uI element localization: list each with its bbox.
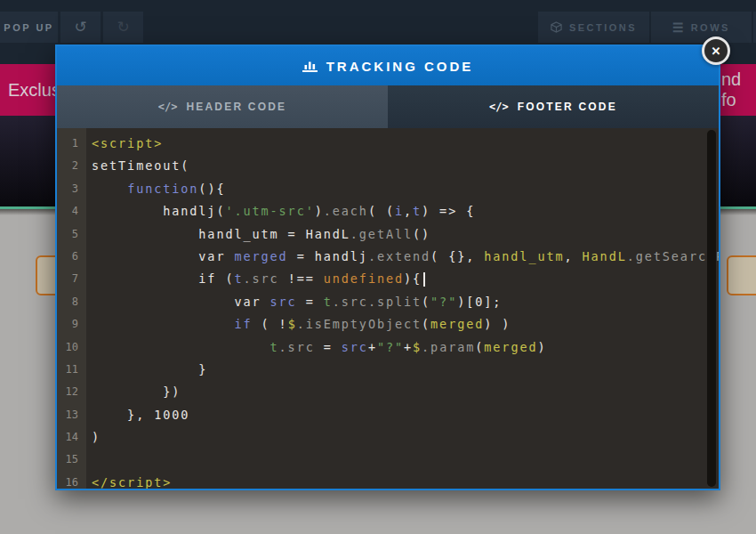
code-token: ( (422, 295, 430, 309)
tab-footer-code-label: FOOTER CODE (518, 101, 617, 113)
undo-icon: ↺ (74, 18, 86, 36)
code-line-content (86, 449, 92, 471)
code-token: function (127, 182, 198, 196)
code-token: )[0]; (457, 295, 502, 309)
code-line-content: ) (86, 426, 101, 449)
code-token: $ (413, 340, 422, 354)
code-token: .getAll (350, 227, 413, 241)
code-line: 7 if (t.src !== undefined){ (57, 268, 719, 290)
code-line-content: handl_utm = HandL.getAll() (86, 223, 430, 246)
code-token: <script> (92, 136, 163, 150)
code-token: if ( (92, 271, 234, 286)
code-token: () (413, 227, 430, 241)
line-number: 14 (57, 426, 86, 449)
code-token: t (270, 340, 279, 354)
line-number: 12 (57, 381, 86, 403)
code-token: setTimeout( (92, 158, 189, 173)
code-token: ) => { (422, 204, 475, 218)
banner-text-right: nd fo (721, 64, 756, 116)
code-token: if (234, 317, 252, 331)
code-token: handl_utm = HandL (92, 227, 350, 241)
code-editor[interactable]: 1<script>2setTimeout(3 function(){4 hand… (57, 128, 719, 489)
code-token: $ (288, 317, 297, 331)
tracking-code-modal: TRACKING CODE </> HEADER CODE </> FOOTER… (55, 44, 720, 490)
modal-title: TRACKING CODE (326, 59, 474, 74)
code-token: , (565, 249, 583, 263)
code-token: src (342, 340, 368, 354)
code-token: '.utm-src' (225, 204, 314, 218)
tab-header-code[interactable]: </> HEADER CODE (57, 85, 388, 128)
sections-label: SECTIONS (569, 22, 637, 33)
code-token: ( ( (368, 204, 395, 218)
code-line: 9 if ( !$.isEmptyObject(merged) ) (57, 313, 719, 336)
code-line: 14) (57, 426, 719, 449)
code-line: 13 }, 1000 (57, 404, 719, 426)
code-token (92, 317, 234, 331)
code-line-content: var src = t.src.split("?")[0]; (86, 291, 502, 313)
code-token: .extend (368, 249, 430, 263)
text-cursor (423, 272, 425, 287)
code-area-lines: 1<script>2setTimeout(3 function(){4 hand… (57, 128, 719, 489)
code-token: src (270, 295, 297, 309)
code-line: 6 var merged = handlj.extend( {}, handl_… (57, 246, 719, 268)
code-token: ) (315, 204, 324, 218)
code-line-content: setTimeout( (86, 155, 189, 177)
rows-label: ROWS (691, 22, 730, 33)
code-token: t (234, 271, 243, 286)
code-token: .each (324, 204, 368, 218)
code-token: merged (430, 317, 484, 331)
code-line-content: </script> (86, 472, 172, 489)
code-token (92, 182, 127, 196)
code-token: t (324, 295, 333, 309)
code-icon: </> (489, 101, 509, 113)
redo-button[interactable]: ↻ (103, 12, 143, 43)
code-token: ( {}, (430, 249, 484, 263)
sections-button[interactable]: SECTIONS (538, 12, 649, 43)
tab-header-code-label: HEADER CODE (186, 101, 286, 113)
modal-close-button[interactable]: ✕ (702, 36, 730, 65)
code-line-content: }, 1000 (86, 404, 189, 426)
line-number: 9 (57, 313, 86, 336)
code-token: ) ) (484, 317, 511, 331)
code-token: var (92, 295, 270, 309)
bar-chart-icon (302, 60, 318, 72)
code-line: 3 function(){ (57, 178, 719, 200)
code-line: 5 handl_utm = HandL.getAll() (57, 223, 719, 246)
code-line-content: }) (86, 381, 181, 403)
line-number: 11 (57, 359, 86, 381)
screen: POP UP ↺ ↻ SECTIONS ☰ ROWS ▥ Exclus nd f… (0, 0, 756, 534)
code-token: ( ! (253, 317, 288, 331)
close-icon: ✕ (712, 44, 721, 58)
tab-footer-code[interactable]: </> FOOTER CODE (388, 85, 719, 128)
code-token: , (404, 204, 413, 218)
vertical-scrollbar[interactable] (707, 130, 716, 487)
code-line: 1<script> (57, 133, 719, 155)
line-number: 4 (57, 200, 86, 222)
line-number: 6 (57, 246, 86, 268)
line-number: 1 (57, 133, 86, 155)
code-token: handl_utm (484, 249, 564, 263)
modal-header: TRACKING CODE (57, 46, 719, 85)
code-token: "?" (377, 340, 404, 354)
code-token: + (368, 340, 377, 354)
code-line-content: var merged = handlj.extend( {}, handl_ut… (86, 246, 719, 268)
line-number: 16 (57, 472, 86, 489)
line-number: 8 (57, 291, 86, 313)
line-number: 10 (57, 336, 86, 359)
popup-label: POP UP (4, 22, 53, 33)
code-token: i (395, 204, 404, 218)
rows-button[interactable]: ☰ ROWS (651, 12, 752, 43)
code-line-content: if ( !$.isEmptyObject(merged) ) (86, 313, 511, 336)
undo-button[interactable]: ↺ (60, 12, 101, 43)
code-token: = (297, 295, 324, 309)
code-token: t (413, 204, 422, 218)
code-line: 15 (57, 449, 719, 471)
code-line: 8 var src = t.src.split("?")[0]; (57, 291, 719, 313)
code-token: .getSearchParams (627, 249, 719, 263)
code-line-content: function(){ (86, 178, 225, 200)
line-number: 7 (57, 268, 86, 290)
code-token: (){ (198, 182, 225, 196)
code-token: ){ (404, 271, 422, 286)
line-number: 15 (57, 449, 86, 471)
popup-button[interactable]: POP UP (0, 12, 58, 43)
